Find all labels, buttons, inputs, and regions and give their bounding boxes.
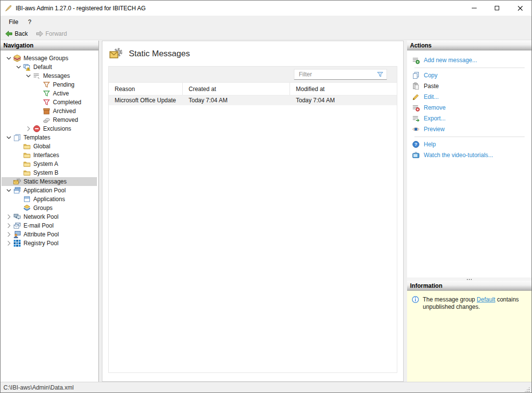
chevron-spacer — [34, 81, 43, 89]
chevron-spacer — [14, 169, 23, 177]
tree-item-applications[interactable]: Applications — [1, 195, 97, 204]
tree-item-e-mail-pool[interactable]: E-mail Pool — [1, 221, 97, 230]
menu-help[interactable]: ? — [23, 17, 36, 27]
network-pool-icon — [13, 213, 21, 221]
action-copy[interactable]: Copy — [412, 70, 530, 81]
preview-icon — [412, 125, 420, 133]
statusbar: C:\IBI-aws\Admin\Data.xml — [0, 382, 532, 393]
action-export[interactable]: Export... — [412, 113, 530, 124]
templates-icon — [13, 134, 21, 141]
chevron-right-icon[interactable] — [4, 213, 13, 221]
action-remove[interactable]: Remove — [412, 102, 530, 113]
email-pool-icon — [13, 222, 21, 230]
chevron-spacer — [14, 195, 23, 203]
action-help[interactable]: ?Help — [412, 139, 530, 150]
chevron-down-icon[interactable] — [4, 54, 13, 62]
chevron-right-icon[interactable] — [24, 125, 33, 133]
filter-box — [294, 69, 387, 80]
tree-item-label: Active — [53, 90, 69, 97]
active-filter-icon — [43, 90, 50, 97]
information-body: The message group Default contains unpub… — [407, 291, 532, 382]
tree-item-groups[interactable]: Groups — [1, 204, 97, 212]
tree-item-global[interactable]: Global — [1, 142, 97, 151]
actions-panel: Actions Add new message...CopyPasteEdit.… — [407, 41, 532, 277]
tree-item-message-groups[interactable]: Message Groups — [1, 54, 97, 63]
cell-reason: Microsoft Office Update — [109, 97, 183, 104]
navigation-header: Navigation — [0, 41, 98, 50]
tree-item-system-b[interactable]: System B — [1, 168, 97, 177]
chevron-down-icon[interactable] — [4, 134, 13, 141]
paste-icon — [412, 82, 420, 90]
action-paste[interactable]: Paste — [412, 81, 530, 92]
chevron-spacer — [34, 107, 43, 115]
tree-item-system-a[interactable]: System A — [1, 160, 97, 168]
chevron-right-icon[interactable] — [4, 239, 13, 247]
filter-input[interactable] — [294, 71, 376, 78]
tree-item-active[interactable]: Active — [1, 89, 97, 98]
exclusions-icon — [33, 125, 41, 133]
tree-item-attribute-pool[interactable]: Attribute Pool — [1, 230, 97, 239]
tree-item-application-pool[interactable]: Application Pool — [1, 186, 97, 195]
forward-button[interactable]: Forward — [34, 29, 69, 38]
action-preview[interactable]: Preview — [412, 124, 530, 135]
tree-item-label: Global — [33, 143, 50, 150]
back-button[interactable]: Back — [3, 29, 30, 38]
action-watch-the-video-tutorials[interactable]: Watch the video-tutorials... — [412, 150, 530, 161]
tree-item-network-pool[interactable]: Network Pool — [1, 212, 97, 221]
action-edit[interactable]: Edit... — [412, 92, 530, 102]
add-message-icon — [412, 56, 420, 64]
grip-dots-icon — [469, 279, 470, 280]
action-add-new-message[interactable]: Add new message... — [412, 55, 530, 66]
maximize-button[interactable] — [485, 0, 508, 16]
column-header-created-at[interactable]: Created at — [183, 83, 290, 95]
tree-item-label: E-mail Pool — [24, 222, 53, 229]
forward-icon — [36, 30, 44, 38]
information-header: Information — [407, 281, 532, 291]
chevron-down-icon[interactable] — [14, 63, 23, 71]
message-groups-icon — [13, 54, 21, 62]
action-label: Edit... — [424, 93, 439, 100]
main-area: Navigation Message GroupsDefaultMessages… — [0, 40, 532, 382]
tree-item-registry-pool[interactable]: Registry Pool — [1, 239, 97, 248]
action-label: Export... — [424, 115, 446, 122]
table-row[interactable]: Microsoft Office UpdateToday 7:04 AMToda… — [109, 95, 397, 106]
tree-item-completed[interactable]: Completed — [1, 98, 97, 107]
default-group-link[interactable]: Default — [477, 296, 495, 303]
chevron-right-icon[interactable] — [4, 222, 13, 230]
content-panel: Static Messages ReasonCreated atModified… — [102, 41, 404, 382]
tree-item-pending[interactable]: Pending — [1, 80, 97, 89]
applications-icon — [23, 195, 31, 203]
tree-item-messages[interactable]: Messages — [1, 71, 97, 80]
column-header-modified-at[interactable]: Modified at — [290, 83, 397, 95]
menubar: File ? — [0, 16, 532, 28]
remove-icon — [412, 104, 420, 112]
tree-item-label: Exclusions — [43, 125, 71, 132]
minimize-button[interactable] — [462, 0, 485, 16]
panel-splitter[interactable] — [407, 277, 532, 281]
tree-item-label: Archived — [53, 108, 76, 115]
tree-item-removed[interactable]: Removed — [1, 116, 97, 124]
chevron-spacer — [34, 98, 43, 106]
tree-item-templates[interactable]: Templates — [1, 133, 97, 142]
chevron-down-icon[interactable] — [4, 186, 13, 194]
column-header-reason[interactable]: Reason — [109, 83, 183, 95]
tree-item-archived[interactable]: Archived — [1, 107, 97, 116]
titlebar: IBI-aws Admin 1.27.0 - registered for IB… — [0, 0, 532, 16]
help-icon: ? — [412, 140, 420, 148]
folder-icon — [23, 142, 31, 150]
tree-item-label: Static Messages — [24, 178, 67, 185]
tree-item-default[interactable]: Default — [1, 63, 97, 71]
tree-item-interfaces[interactable]: Interfaces — [1, 151, 97, 160]
maximize-icon — [495, 6, 499, 10]
tree-item-static-messages[interactable]: Static Messages — [1, 177, 97, 186]
menu-file[interactable]: File — [4, 17, 23, 27]
export-icon — [412, 115, 420, 122]
chevron-right-icon[interactable] — [4, 231, 13, 238]
chevron-down-icon[interactable] — [24, 72, 33, 80]
close-button[interactable] — [508, 0, 532, 16]
tree-item-exclusions[interactable]: Exclusions — [1, 124, 97, 133]
filter-funnel-icon[interactable] — [376, 70, 384, 78]
resize-grip-icon[interactable] — [524, 387, 530, 393]
chevron-spacer — [34, 90, 43, 97]
video-tutorials-icon — [412, 151, 420, 159]
